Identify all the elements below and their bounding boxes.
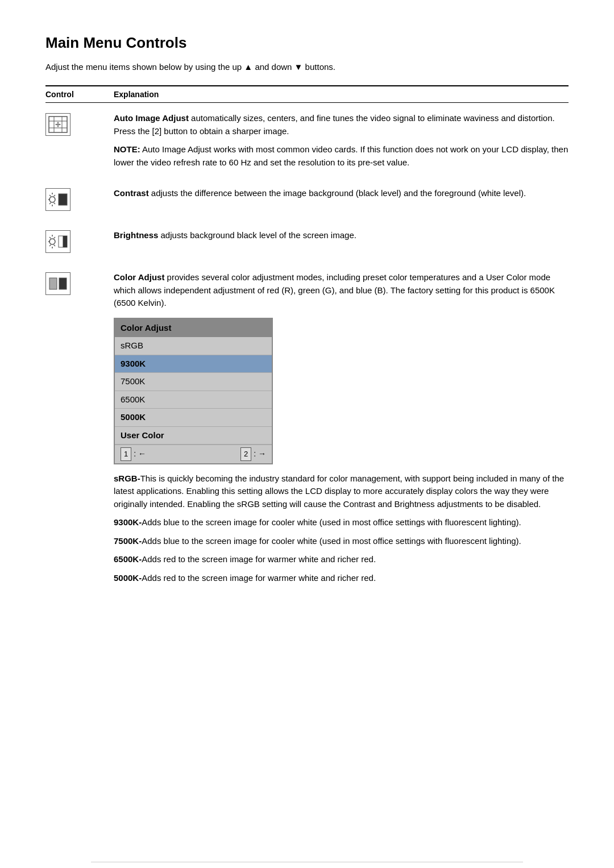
menu-item-5000k[interactable]: 5000K xyxy=(115,409,272,427)
table-row: Contrast adjusts the difference between … xyxy=(45,178,569,220)
btn-2-label[interactable]: 2 xyxy=(240,447,251,461)
6500k-description: 6500K-Adds red to the screen image for w… xyxy=(114,553,569,566)
svg-rect-19 xyxy=(59,194,67,205)
5000k-description: 5000K-Adds red to the screen image for w… xyxy=(114,572,569,585)
svg-line-17 xyxy=(54,203,56,205)
contrast-icon xyxy=(45,188,70,211)
auto-image-adjust-explanation: Auto Image Adjust automatically sizes, c… xyxy=(114,112,569,169)
auto-image-adjust-icon xyxy=(45,113,70,136)
color-adjust-menu: Color Adjust sRGB 9300K 7500K 6500K 5000… xyxy=(114,318,273,464)
menu-item-9300k[interactable]: 9300K xyxy=(115,355,272,373)
page-title: Main Menu Controls xyxy=(45,34,569,52)
contrast-icon-cell xyxy=(45,187,114,211)
svg-line-14 xyxy=(49,195,51,197)
page-wrapper: Main Menu Controls Adjust the menu items… xyxy=(45,34,569,868)
auto-image-adjust-icon-cell xyxy=(45,112,114,136)
menu-btn-1: 1 : ← xyxy=(121,447,146,461)
svg-marker-9 xyxy=(55,124,57,126)
table-row: Auto Image Adjust automatically sizes, c… xyxy=(45,103,569,178)
svg-marker-7 xyxy=(57,122,59,123)
9300k-description: 9300K-Adds blue to the screen image for … xyxy=(114,516,569,529)
table-row: Brightness adjusts background black leve… xyxy=(45,220,569,262)
btn-2-arrow: : → xyxy=(254,448,266,460)
svg-line-24 xyxy=(49,245,51,247)
svg-rect-29 xyxy=(63,236,68,247)
svg-line-25 xyxy=(54,237,56,239)
brightness-icon-cell xyxy=(45,229,114,253)
svg-point-18 xyxy=(49,197,55,202)
color-adjust-svg xyxy=(48,275,68,293)
svg-marker-8 xyxy=(57,126,59,128)
brightness-svg xyxy=(48,232,68,251)
color-adjust-icon xyxy=(45,272,70,295)
menu-item-6500k[interactable]: 6500K xyxy=(115,391,272,409)
svg-rect-30 xyxy=(49,278,57,289)
col-explanation-header: Explanation xyxy=(114,90,159,99)
col-control-header: Control xyxy=(45,90,114,99)
7500k-description: 7500K-Adds blue to the screen image for … xyxy=(114,535,569,548)
menu-item-user-color[interactable]: User Color xyxy=(115,427,272,445)
btn-1-arrow: : ← xyxy=(134,448,146,460)
page-footer: ViewSonic VA1938wa-LED 11 xyxy=(91,862,523,868)
menu-title: Color Adjust xyxy=(115,319,272,338)
color-adjust-icon-cell xyxy=(45,271,114,295)
menu-footer: 1 : ← 2 : → xyxy=(115,445,272,463)
intro-text: Adjust the menu items shown below by usi… xyxy=(45,62,569,72)
brightness-icon xyxy=(45,230,70,253)
srgb-description: sRGB-This is quickly becoming the indust… xyxy=(114,472,569,511)
menu-btn-2: 2 : → xyxy=(240,447,266,461)
svg-point-27 xyxy=(49,239,55,244)
auto-adjust-svg xyxy=(48,115,68,134)
contrast-svg xyxy=(48,190,68,209)
svg-line-15 xyxy=(49,203,51,205)
table-header: Control Explanation xyxy=(45,85,569,103)
btn-1-label[interactable]: 1 xyxy=(121,447,131,461)
color-adjust-explanation: Color Adjust provides several color adju… xyxy=(114,271,569,584)
svg-rect-31 xyxy=(59,278,67,289)
table-row: Color Adjust provides several color adju… xyxy=(45,262,569,593)
menu-item-7500k[interactable]: 7500K xyxy=(115,373,272,391)
svg-line-16 xyxy=(54,195,56,197)
svg-marker-10 xyxy=(60,124,61,126)
menu-item-srgb[interactable]: sRGB xyxy=(115,337,272,355)
svg-line-23 xyxy=(49,237,51,239)
svg-line-26 xyxy=(54,245,56,247)
contrast-explanation: Contrast adjusts the difference between … xyxy=(114,187,569,200)
brightness-explanation: Brightness adjusts background black leve… xyxy=(114,229,569,242)
